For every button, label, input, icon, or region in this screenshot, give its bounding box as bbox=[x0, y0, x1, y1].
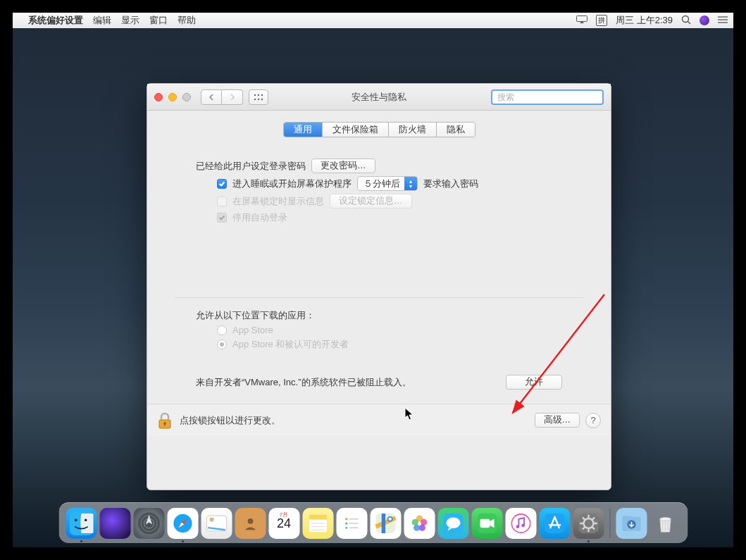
security-privacy-window: 安全性与隐私 通用 文件保险箱 防火墙 隐私 已经给此用户设定登录密码 更改密码… bbox=[147, 83, 611, 490]
set-lock-message-button: 设定锁定信息… bbox=[330, 194, 412, 209]
svg-point-37 bbox=[345, 518, 347, 520]
dock-photos[interactable] bbox=[404, 508, 435, 539]
svg-point-30 bbox=[247, 518, 253, 524]
window-footer: 点按锁按钮以进行更改。 高级… ? bbox=[147, 404, 611, 436]
help-button[interactable]: ? bbox=[585, 413, 601, 428]
dock-maps[interactable] bbox=[370, 508, 401, 539]
blocked-kext-message: 来自开发者“VMware, Inc.”的系统软件已被阻止载入。 bbox=[196, 376, 411, 389]
menu-window[interactable]: 窗口 bbox=[149, 14, 168, 27]
svg-point-55 bbox=[510, 512, 532, 534]
notification-center-icon[interactable] bbox=[718, 15, 728, 26]
dock-itunes[interactable] bbox=[505, 508, 536, 539]
dock-trash[interactable] bbox=[649, 508, 680, 539]
svg-point-7 bbox=[258, 94, 259, 95]
close-button[interactable] bbox=[154, 93, 163, 101]
require-password-suffix: 要求输入密码 bbox=[423, 178, 478, 190]
svg-rect-0 bbox=[577, 15, 588, 21]
allow-apps-heading: 允许从以下位置下载的应用： bbox=[196, 309, 562, 322]
svg-point-20 bbox=[84, 518, 87, 521]
siri-icon[interactable] bbox=[700, 15, 709, 25]
svg-rect-54 bbox=[480, 518, 490, 527]
dock-calendar[interactable]: 7月 24 bbox=[268, 508, 299, 539]
disable-autologin-label: 停用自动登录 bbox=[232, 211, 287, 224]
tab-firewall[interactable]: 防火墙 bbox=[389, 123, 437, 137]
titlebar: 安全性与隐私 bbox=[147, 84, 611, 111]
svg-point-11 bbox=[261, 98, 263, 99]
dock-safari[interactable] bbox=[167, 508, 198, 539]
menu-edit[interactable]: 编辑 bbox=[93, 14, 111, 27]
minimize-button[interactable] bbox=[168, 93, 177, 101]
mouse-cursor-icon bbox=[404, 407, 414, 421]
dock-reminders[interactable] bbox=[336, 508, 367, 539]
dock-appstore[interactable] bbox=[539, 508, 570, 539]
svg-point-8 bbox=[261, 94, 263, 95]
lock-help-text: 点按锁按钮以进行更改。 bbox=[180, 414, 280, 427]
dock-contacts[interactable] bbox=[235, 508, 266, 539]
advanced-button[interactable]: 高级… bbox=[535, 413, 580, 428]
spotlight-icon[interactable] bbox=[681, 15, 691, 27]
allow-button[interactable]: 允许 bbox=[506, 375, 562, 390]
change-password-button[interactable]: 更改密码… bbox=[311, 158, 375, 173]
zoom-button[interactable] bbox=[182, 93, 191, 101]
radio-appstore bbox=[217, 325, 227, 335]
show-all-button[interactable] bbox=[249, 89, 268, 105]
tab-privacy[interactable]: 隐私 bbox=[437, 123, 475, 137]
show-lock-message-label: 在屏幕锁定时显示信息 bbox=[232, 195, 324, 208]
stepper-arrows-icon: ▲▼ bbox=[404, 177, 417, 190]
svg-point-44 bbox=[387, 516, 392, 521]
dock: 7月 24 bbox=[58, 502, 688, 543]
require-password-checkbox[interactable] bbox=[217, 179, 227, 189]
svg-point-28 bbox=[209, 517, 213, 521]
svg-line-2 bbox=[688, 21, 691, 24]
svg-point-50 bbox=[411, 518, 418, 525]
require-password-delay-select[interactable]: ５分钟后 ▲▼ bbox=[357, 176, 418, 191]
dock-downloads[interactable] bbox=[616, 508, 647, 539]
dock-siri[interactable] bbox=[99, 508, 130, 539]
radio-appstore-label: App Store bbox=[232, 325, 273, 335]
search-input[interactable] bbox=[497, 92, 603, 102]
nav-back-button[interactable] bbox=[201, 89, 222, 105]
svg-point-39 bbox=[345, 526, 347, 528]
dock-messages[interactable] bbox=[437, 508, 468, 539]
disable-autologin-checkbox bbox=[217, 213, 227, 223]
input-method-icon[interactable]: 拼 bbox=[596, 15, 607, 26]
tab-general[interactable]: 通用 bbox=[284, 123, 323, 137]
radio-identified-developers bbox=[217, 340, 227, 349]
tab-bar: 通用 文件保险箱 防火墙 隐私 bbox=[283, 122, 475, 137]
svg-point-9 bbox=[254, 98, 256, 99]
svg-rect-32 bbox=[309, 514, 327, 519]
svg-point-38 bbox=[345, 522, 347, 524]
clock[interactable]: 周三 上午2:39 bbox=[616, 14, 673, 27]
nav-forward-button[interactable] bbox=[222, 89, 243, 105]
svg-point-10 bbox=[258, 98, 259, 99]
menu-help[interactable]: 帮助 bbox=[178, 14, 196, 27]
dock-launchpad[interactable] bbox=[133, 508, 164, 539]
svg-point-58 bbox=[521, 523, 525, 527]
lock-icon[interactable] bbox=[157, 411, 173, 430]
menu-view[interactable]: 显示 bbox=[121, 14, 139, 27]
dock-finder[interactable] bbox=[66, 508, 97, 539]
login-password-set-label: 已经给此用户设定登录密码 bbox=[196, 160, 306, 173]
app-name[interactable]: 系统偏好设置 bbox=[28, 14, 83, 27]
dock-separator bbox=[609, 509, 610, 538]
dock-mail[interactable] bbox=[201, 508, 232, 539]
tab-filevault[interactable]: 文件保险箱 bbox=[323, 123, 389, 137]
svg-point-19 bbox=[74, 518, 77, 521]
airplay-icon[interactable] bbox=[576, 15, 588, 26]
require-password-label: 进入睡眠或开始屏幕保护程序 bbox=[232, 178, 352, 190]
svg-point-57 bbox=[516, 525, 519, 528]
dock-system-preferences[interactable] bbox=[573, 508, 604, 539]
svg-point-52 bbox=[446, 517, 460, 528]
menubar: 系统偏好设置 编辑 显示 窗口 帮助 拼 周三 上午2:39 bbox=[13, 13, 733, 28]
svg-point-6 bbox=[254, 94, 256, 95]
svg-rect-71 bbox=[622, 516, 630, 519]
dock-facetime[interactable] bbox=[471, 508, 502, 539]
dock-notes[interactable] bbox=[302, 508, 333, 539]
svg-point-1 bbox=[683, 15, 689, 22]
svg-rect-16 bbox=[164, 423, 166, 426]
radio-identified-label: App Store 和被认可的开发者 bbox=[232, 338, 349, 351]
show-lock-message-checkbox bbox=[217, 197, 227, 206]
search-field[interactable] bbox=[491, 89, 604, 105]
svg-point-73 bbox=[659, 517, 670, 521]
